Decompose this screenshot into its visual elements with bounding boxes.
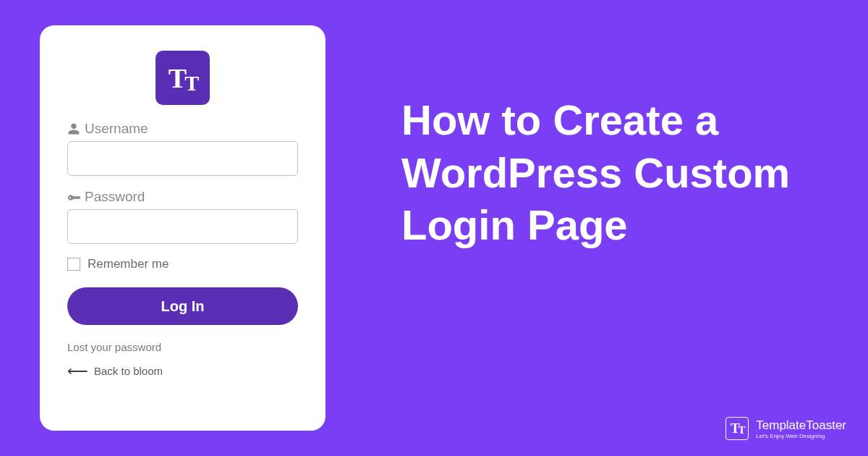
brand-name: TemplateToaster [756, 418, 846, 433]
brand-logo-icon: TT [726, 417, 749, 440]
username-input[interactable] [67, 141, 298, 176]
password-field-group: Password [67, 189, 298, 244]
username-field-group: Username [67, 121, 298, 176]
login-button[interactable]: Log In [67, 287, 298, 325]
logo-icon: TT [169, 62, 197, 94]
username-label-row: Username [67, 121, 298, 137]
key-icon [67, 190, 80, 203]
password-label: Password [85, 189, 145, 205]
brand-text-block: TemplateToaster Let's Enjoy Web Designin… [756, 418, 846, 439]
page-headline: How to Create a WordPress Custom Login P… [401, 94, 835, 252]
remember-me-label: Remember me [88, 257, 169, 271]
password-input[interactable] [67, 209, 298, 244]
login-card: TT Username Password Remember me Log In … [40, 25, 326, 431]
arrow-left-icon: ⟵ [67, 362, 88, 379]
brand-footer: TT TemplateToaster Let's Enjoy Web Desig… [726, 417, 846, 440]
forgot-password-link[interactable]: Lost your password [67, 341, 298, 353]
logo-box: TT [156, 51, 210, 105]
brand-tagline: Let's Enjoy Web Designing [756, 433, 846, 439]
back-to-site-link[interactable]: ⟵ Back to bloom [67, 362, 298, 379]
password-label-row: Password [67, 189, 298, 205]
user-icon [67, 122, 80, 135]
remember-me-checkbox[interactable] [67, 258, 80, 271]
remember-me-row[interactable]: Remember me [67, 257, 298, 271]
back-link-text: Back to bloom [94, 365, 163, 377]
username-label: Username [85, 121, 148, 137]
